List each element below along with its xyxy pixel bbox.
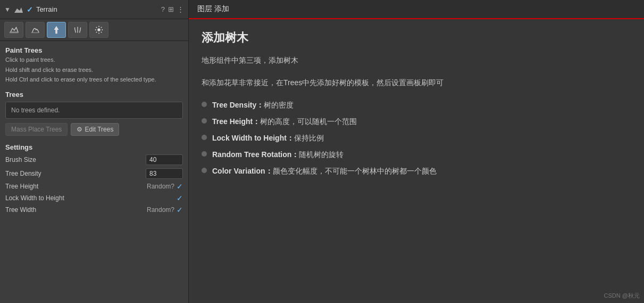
- tree-width-label: Tree Width: [5, 206, 147, 214]
- bullet-text-3: Lock Width to Height：保持比例: [212, 133, 324, 144]
- paint-trees-info: Paint Trees Click to paint trees. Hold s…: [5, 46, 183, 85]
- more-icon[interactable]: ⋮: [177, 5, 184, 13]
- settings-section: Settings Brush Size Tree Density Tree He…: [5, 143, 183, 217]
- mass-place-trees-button[interactable]: Mass Place Trees: [5, 123, 68, 136]
- bullet-key-1: Tree Density：: [212, 101, 264, 109]
- settings-label: Settings: [5, 143, 183, 151]
- no-trees-box: No trees defined.: [5, 102, 183, 119]
- tab-paint-detail[interactable]: [26, 22, 45, 38]
- bullet-dot-2: [202, 118, 207, 124]
- tree-width-random-text: Random?: [147, 206, 174, 214]
- list-item: Lock Width to Height：保持比例: [202, 133, 631, 144]
- paint-trees-desc2: Hold shift and click to erase trees.: [5, 65, 183, 75]
- bullet-dot-4: [202, 151, 207, 157]
- lock-width-height-row: Lock Width to Height ✓: [5, 194, 183, 202]
- watermark: CSDN @秋元: [604, 292, 640, 300]
- article-title: 添加树木: [202, 30, 631, 46]
- right-top-bar: 图层 添加: [189, 0, 644, 19]
- tree-width-random: Random? ✓: [147, 206, 183, 214]
- right-panel: 图层 添加 添加树木 地形组件中第三项，添加树木 和添加花草非常接近，在Tree…: [189, 0, 644, 303]
- left-panel: ▼ ✓ Terrain ? ⊞ ⋮ Paint T: [0, 0, 189, 303]
- top-bar-title: 图层 添加: [197, 4, 229, 14]
- trees-section: Trees No trees defined. Mass Place Trees…: [5, 91, 183, 143]
- svg-point-9: [97, 28, 100, 31]
- bullet-list: Tree Density：树的密度 Tree Height：树的高度，可以随机一…: [202, 100, 631, 177]
- bullet-text-4: Random Tree Rotation：随机树的旋转: [212, 149, 344, 160]
- article-details: 和添加花草非常接近，在Trees中先添加好树的模板，然后设置画板刷即可: [202, 77, 631, 88]
- tree-density-row: Tree Density: [5, 168, 183, 179]
- trees-buttons: Mass Place Trees ⚙ Edit Trees: [5, 123, 183, 136]
- bullet-key-5: Color Variation：: [212, 167, 273, 175]
- list-item: Color Variation：颜色变化幅度，不可能一个树林中的树都一个颜色: [202, 166, 631, 177]
- bullet-key-2: Tree Height：: [212, 117, 260, 126]
- article-desc: 地形组件中第三项，添加树木: [202, 54, 631, 66]
- trees-label: Trees: [5, 91, 183, 99]
- tab-paint-grass[interactable]: [68, 22, 87, 38]
- check-icon[interactable]: ✓: [27, 5, 33, 14]
- brush-size-label: Brush Size: [5, 156, 146, 163]
- tree-density-label: Tree Density: [5, 170, 146, 177]
- tree-height-random: Random? ✓: [147, 182, 183, 191]
- paint-trees-desc1: Click to paint trees.: [5, 55, 183, 64]
- toolbar-tabs: [0, 19, 188, 41]
- bullet-key-4: Random Tree Rotation：: [212, 150, 299, 159]
- bullet-text-5: Color Variation：颜色变化幅度，不可能一个树林中的树都一个颜色: [212, 166, 437, 177]
- bullet-desc-1: 树的密度: [264, 101, 294, 109]
- brush-size-row: Brush Size: [5, 154, 183, 165]
- tree-height-check[interactable]: ✓: [177, 182, 183, 191]
- svg-rect-1: [10, 32, 18, 34]
- list-item: Tree Height：树的高度，可以随机一个范围: [202, 116, 631, 127]
- bullet-dot-5: [202, 168, 207, 173]
- bullet-desc-2: 树的高度，可以随机一个范围: [260, 117, 357, 126]
- bullet-dot-1: [202, 102, 207, 107]
- terrain-icon: [14, 5, 23, 14]
- panel-content: Paint Trees Click to paint trees. Hold s…: [0, 41, 188, 303]
- tree-height-row: Tree Height Random? ✓: [5, 182, 183, 191]
- tree-height-random-text: Random?: [147, 183, 174, 190]
- tree-width-check[interactable]: ✓: [177, 206, 183, 214]
- lock-width-height-label: Lock Width to Height: [5, 194, 174, 202]
- svg-marker-0: [14, 7, 23, 13]
- tab-paint-terrain[interactable]: [4, 22, 23, 38]
- paint-trees-desc3: Hold Ctrl and click to erase only trees …: [5, 75, 183, 84]
- paint-trees-title: Paint Trees: [5, 46, 183, 54]
- edit-trees-button[interactable]: ⚙ Edit Trees: [71, 123, 119, 136]
- tree-width-row: Tree Width Random? ✓: [5, 206, 183, 214]
- lock-width-height-checkbox[interactable]: ✓: [177, 194, 183, 202]
- brush-size-input[interactable]: [146, 154, 183, 165]
- bullet-desc-3: 保持比例: [294, 134, 324, 142]
- bullet-desc-4: 随机树的旋转: [299, 150, 344, 159]
- bullet-text-2: Tree Height：树的高度，可以随机一个范围: [212, 116, 357, 127]
- help-icon[interactable]: ?: [161, 5, 165, 13]
- expand-arrow-icon[interactable]: ▼: [4, 6, 11, 13]
- panel-header: ▼ ✓ Terrain ? ⊞ ⋮: [0, 0, 188, 19]
- panel-title: Terrain: [36, 5, 158, 13]
- grid-icon[interactable]: ⊞: [168, 5, 174, 13]
- bullet-text-1: Tree Density：树的密度: [212, 100, 294, 111]
- list-item: Random Tree Rotation：随机树的旋转: [202, 149, 631, 160]
- header-icons: ? ⊞ ⋮: [161, 5, 184, 13]
- tab-settings[interactable]: [89, 22, 108, 38]
- svg-marker-2: [54, 26, 59, 34]
- gear-icon: ⚙: [77, 126, 82, 133]
- tree-density-input[interactable]: [146, 168, 183, 179]
- bullet-dot-3: [202, 135, 207, 140]
- edit-trees-label: Edit Trees: [85, 126, 113, 133]
- tab-paint-trees[interactable]: [47, 22, 66, 38]
- tree-height-label: Tree Height: [5, 183, 147, 190]
- svg-line-5: [80, 29, 81, 32]
- list-item: Tree Density：树的密度: [202, 100, 631, 111]
- bullet-desc-5: 颜色变化幅度，不可能一个树林中的树都一个颜色: [273, 167, 437, 175]
- bullet-key-3: Lock Width to Height：: [212, 134, 294, 142]
- right-content: 添加树木 地形组件中第三项，添加树木 和添加花草非常接近，在Trees中先添加好…: [189, 19, 644, 303]
- svg-line-4: [75, 29, 76, 32]
